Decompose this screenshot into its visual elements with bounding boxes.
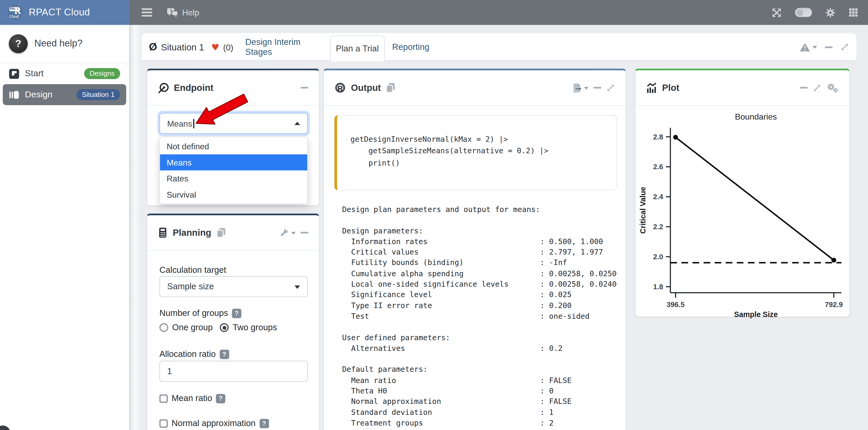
plot-settings-button[interactable] <box>827 83 839 93</box>
sidebar-scrollbar[interactable] <box>129 25 141 430</box>
planning-tools-button[interactable] <box>279 228 296 237</box>
r-code-text: getDesignInverseNormal(kMax = 2) |> getS… <box>350 133 606 169</box>
warnings-menu-button[interactable] <box>799 42 817 52</box>
favorite-heart-icon[interactable]: ♥ <box>211 42 219 52</box>
normal-approximation-label: Normal approximation <box>172 418 255 428</box>
warning-icon <box>799 42 810 52</box>
minus-icon <box>825 46 833 48</box>
help-label: Help <box>182 8 199 17</box>
svg-text:2.4: 2.4 <box>653 193 663 201</box>
chevron-down-icon <box>813 46 817 51</box>
sidebar-toggle-button[interactable] <box>142 7 152 18</box>
sidebar-item-design[interactable]: Design Situation 1 <box>3 84 126 105</box>
svg-text:2.0: 2.0 <box>653 253 663 261</box>
calculation-target-select[interactable]: Sample size <box>159 276 308 297</box>
app-root: PACT R Cloud RPACT Cloud ? Help <box>0 0 868 430</box>
design-icon <box>9 89 19 100</box>
fullscreen-button[interactable] <box>772 7 781 18</box>
two-groups-radio[interactable] <box>220 323 229 332</box>
help-question-badge[interactable]: ? <box>232 308 241 318</box>
option-rates[interactable]: Rates <box>160 170 307 187</box>
groups-radio-row: One group Two groups <box>159 323 277 333</box>
expand-diagonal-icon <box>813 83 822 92</box>
output-header: R Output <box>324 70 626 106</box>
help-menu[interactable]: ? Help <box>167 7 199 18</box>
svg-text:2.2: 2.2 <box>653 223 663 231</box>
mean-ratio-label: Mean ratio <box>172 393 212 403</box>
help-question-badge[interactable]: ? <box>259 419 269 428</box>
endpoint-select-value: Means <box>167 119 192 128</box>
favorite-count: (0) <box>223 42 233 52</box>
help-question-badge[interactable]: ? <box>220 349 229 359</box>
endpoint-panel: Endpoint Means Not defined Means Rates S… <box>147 69 319 206</box>
svg-text:792.9: 792.9 <box>825 300 843 308</box>
rpact-logo-icon: PACT R Cloud <box>8 5 23 20</box>
endpoint-collapse-button[interactable] <box>301 87 309 89</box>
expand-arrows-icon <box>772 7 781 18</box>
top-actions <box>772 7 858 18</box>
mean-ratio-checkbox[interactable] <box>159 394 168 403</box>
endpoint-select-input[interactable]: Means <box>159 113 308 134</box>
allocation-ratio-input[interactable]: 1 <box>159 361 308 382</box>
gear-icon <box>826 7 835 18</box>
output-export-button[interactable] <box>572 83 588 93</box>
chart-icon <box>646 82 657 93</box>
normal-approximation-checkbox[interactable] <box>159 419 168 427</box>
apps-grid-button[interactable] <box>849 8 858 17</box>
tab-reporting[interactable]: Reporting <box>394 33 427 61</box>
plot-expand-button[interactable] <box>813 83 822 92</box>
settings-button[interactable] <box>826 7 835 18</box>
svg-text:1.8: 1.8 <box>653 283 663 291</box>
output-result-text: Design plan parameters and output for me… <box>342 204 617 430</box>
option-not-defined[interactable]: Not defined <box>160 138 307 154</box>
planning-copy-button[interactable] <box>216 227 226 238</box>
chevron-down-icon <box>294 285 300 291</box>
grid-icon <box>849 8 858 17</box>
plot-collapse-button[interactable] <box>800 87 808 89</box>
svg-text:Critical Value: Critical Value <box>639 187 647 234</box>
tabbar-actions <box>799 33 849 61</box>
allocation-ratio-value: 1 <box>167 366 172 376</box>
gears-icon <box>827 83 839 93</box>
output-expand-button[interactable] <box>606 83 615 92</box>
planning-panel: Planning Calcu <box>147 213 319 430</box>
collapse-all-button[interactable] <box>825 46 833 48</box>
chevron-up-icon <box>294 119 300 125</box>
text-cursor <box>193 119 194 128</box>
expand-diagonal-icon <box>606 83 615 92</box>
need-help-label: Need help? <box>34 38 82 49</box>
normal-approximation-row: Normal approximation ? <box>159 418 269 428</box>
minus-icon <box>800 87 808 89</box>
empty-set-icon: Ø <box>149 41 157 53</box>
option-survival[interactable]: Survival <box>160 187 307 202</box>
svg-text:Sample Size: Sample Size <box>734 310 778 319</box>
theme-toggle[interactable] <box>795 8 812 17</box>
help-question-badge[interactable]: ? <box>216 394 225 403</box>
output-collapse-button[interactable] <box>593 87 601 89</box>
start-icon <box>9 68 19 79</box>
export-file-icon <box>572 83 582 93</box>
two-groups-label: Two groups <box>233 323 277 333</box>
sidebar-item-start[interactable]: Start Designs <box>3 63 126 84</box>
tab-plan-a-trial[interactable]: Plan a Trial <box>330 35 385 62</box>
copy-icon <box>386 82 395 93</box>
planning-collapse-button[interactable] <box>301 232 309 233</box>
tab-design-interim-stages[interactable]: Design Interim Stages <box>245 33 321 61</box>
output-copy-button[interactable] <box>386 82 395 93</box>
one-group-radio[interactable] <box>159 323 168 332</box>
top-bar: PACT R Cloud RPACT Cloud ? Help <box>0 0 868 25</box>
planning-header: Planning <box>147 215 319 251</box>
number-of-groups-label: Number of groups ? <box>159 308 241 318</box>
output-title: Output <box>351 82 381 93</box>
endpoint-dropdown-menu: Not defined Means Rates Survival <box>159 137 308 204</box>
tab-strip: Ø Situation 1 ♥ (0) Design Interim Stage… <box>142 33 857 61</box>
minus-icon <box>301 87 309 89</box>
need-help-link[interactable]: ? Need help? <box>0 25 129 62</box>
plot-title: Plot <box>662 82 679 93</box>
brand-area: PACT R Cloud RPACT Cloud <box>0 0 129 25</box>
brand-title: RPACT Cloud <box>29 6 90 18</box>
designs-badge: Designs <box>84 68 120 79</box>
expand-view-button[interactable] <box>840 42 849 52</box>
option-means[interactable]: Means <box>160 154 307 170</box>
calculation-target-value: Sample size <box>167 282 214 292</box>
